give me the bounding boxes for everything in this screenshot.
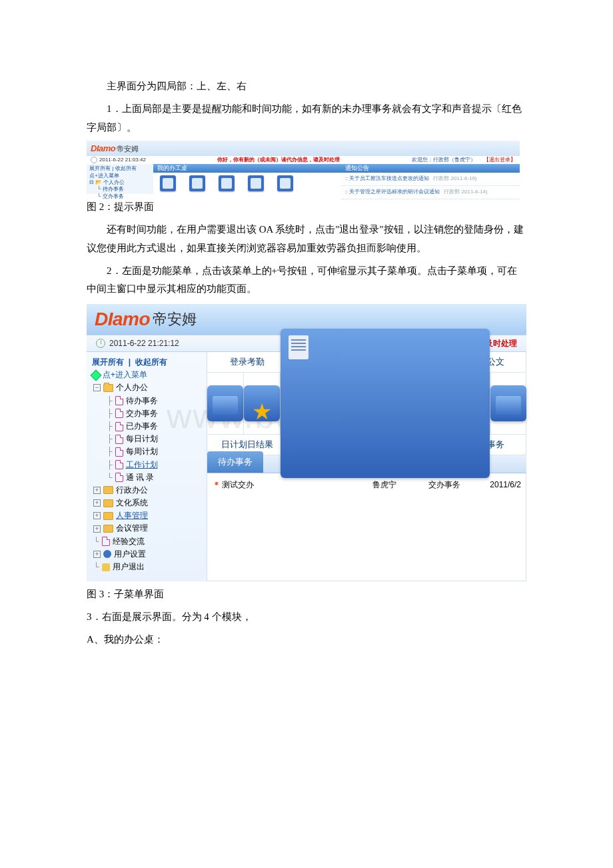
folder-open-icon	[103, 384, 113, 392]
page-icon	[115, 460, 123, 469]
page-icon	[115, 447, 123, 457]
folder-icon	[103, 486, 113, 494]
welcome-text: 欢迎您：行政部（鲁虎宁）	[412, 157, 476, 163]
row-type: 交办事务	[414, 477, 474, 492]
expand-icon[interactable]: +	[93, 499, 101, 507]
page-icon	[115, 409, 123, 418]
document-icon[interactable]	[281, 329, 490, 478]
panel-notice: 通知公告	[341, 164, 520, 173]
tree-group-meeting[interactable]: + 会议管理	[92, 522, 201, 535]
desk-icon[interactable]	[160, 175, 176, 191]
expand-all[interactable]: 展开所有	[92, 357, 124, 367]
folder-icon	[103, 525, 113, 533]
figure-caption: 图 3：子菜单界面	[87, 585, 526, 604]
app-logo-bar: DIamo 帝安姆	[87, 141, 520, 156]
logout-button[interactable]: 【退出登录】	[484, 157, 516, 163]
pin-icon	[91, 369, 102, 381]
expand-icon[interactable]: +	[93, 551, 101, 558]
tree-root[interactable]: ⊟ 📂 个人办公	[89, 179, 156, 186]
tree-item[interactable]: ├待办事务	[92, 395, 201, 407]
tree-item[interactable]: ├每周计划	[92, 445, 201, 458]
star-folder-icon[interactable]	[244, 385, 280, 421]
tree-group-personal[interactable]: − 个人办公	[92, 381, 201, 394]
gear-icon	[103, 550, 111, 558]
expand-icon[interactable]: +	[93, 512, 101, 519]
tree-item[interactable]: ├每日计划	[92, 433, 201, 445]
tree-item[interactable]: └通 讯 录	[92, 471, 201, 484]
notice-row[interactable]: :: 关于管理之星评选标准的研讨会议通知行政部 2011-6-14)	[341, 186, 520, 199]
folder-icon[interactable]	[207, 385, 243, 421]
logo-cn: 帝安姆	[117, 142, 139, 155]
paragraph: 3．右面是展示界面。分为 4 个模块，	[87, 608, 526, 627]
page-icon	[115, 435, 123, 444]
tree-item[interactable]: ├交办事务	[92, 407, 201, 420]
exit-icon	[102, 563, 110, 571]
screenshot-fig2: DIamo 帝安姆 2011-6-22 21:03:42 你好，你有新的（或未阅…	[87, 141, 520, 194]
main-mini: 我的办工桌 通知公告 :: 关于员工擦洗车接送点更改的通知行政部 2011-6-…	[153, 164, 520, 194]
tree-item[interactable]: └ 交办事务	[89, 193, 156, 200]
tree-item-exit[interactable]: └ 用户退出	[92, 561, 201, 573]
expand-icon[interactable]: +	[93, 487, 101, 494]
sidebar: 展开所有 | 收起所有 点+进入菜单 − 个人办公 ├待办事务 ├交办事务 ├已…	[87, 352, 207, 581]
paragraph: 2．左面是功能菜单，点击该菜单上的+号按钮，可伸缩显示其子菜单项。点击子菜单项，…	[87, 262, 526, 299]
folder-icon[interactable]	[490, 385, 526, 421]
expand-all[interactable]: 展开所有	[89, 165, 111, 171]
page-icon	[115, 422, 123, 431]
paragraph: 还有时间功能，在用户需要退出该 OA 系统时，点击"退出登录"按钮，以注销您的登…	[87, 221, 526, 258]
expand-icon[interactable]: +	[93, 525, 101, 533]
clock-icon	[91, 157, 97, 163]
row-owner: 鲁虎宁	[354, 477, 414, 492]
folder-icon	[103, 499, 113, 507]
tree-item[interactable]: └ 待办事务	[89, 186, 156, 193]
collapse-icon[interactable]: −	[93, 384, 101, 391]
screenshot-fig3: www.bdocx.com DIamo 帝安姆 2011-6-22 21:21:…	[87, 304, 526, 581]
row-date: 2011/6/2	[474, 477, 521, 492]
new-mark-icon: ＊	[213, 480, 221, 489]
collapse-all[interactable]: 收起所有	[135, 357, 167, 367]
notice-row[interactable]: :: 关于员工擦洗车接送点更改的通知行政部 2011-6-19)	[341, 173, 520, 186]
collapse-all[interactable]: 收起所有	[115, 165, 137, 171]
desk-icon[interactable]	[219, 175, 235, 191]
folder-icon	[103, 512, 113, 520]
logo-en: DIamo	[95, 302, 150, 337]
page-icon	[102, 537, 110, 546]
desk-icon[interactable]	[248, 175, 264, 191]
tree-group-admin[interactable]: + 行政办公	[92, 484, 201, 497]
paragraph: 主界面分为四局部：上、左、右	[87, 77, 526, 96]
enter-menu-hint: 点+进入菜单	[89, 173, 156, 179]
datetime: 2011-6-22 21:21:12	[109, 336, 179, 351]
enter-menu-hint: 点+进入菜单	[103, 369, 147, 381]
page-icon	[115, 396, 123, 405]
logo-cn: 帝安姆	[153, 306, 197, 333]
tree-item-experience[interactable]: └ 经验交流	[92, 535, 201, 548]
desk-icon[interactable]	[277, 175, 293, 191]
tree-group-culture[interactable]: + 文化系统	[92, 497, 201, 509]
paragraph: A、我的办公桌：	[87, 631, 526, 649]
desk-icon[interactable]	[189, 175, 205, 191]
tab-todo[interactable]: 待办事务	[207, 451, 263, 473]
main-panel: 登录考勤 通 讯 录 我的资料 行政公文 日计划日结果 周计划周结果 通知公告 …	[207, 352, 526, 581]
tree-item[interactable]: ├工作计划	[92, 459, 201, 471]
paragraph: 1．上面局部是主要是提醒功能和时间功能，如有新的未办理事务就会有文字和声音提示〔…	[87, 100, 526, 137]
status-bar: 2011-6-22 21:03:42 你好，你有新的（或未阅）读代办信息，请及时…	[87, 156, 520, 164]
panel-my-desk: 我的办工桌	[153, 164, 341, 173]
sidebar-mini: 展开所有 | 收起所有 点+进入菜单 ⊟ 📂 个人办公 └ 待办事务 └ 交办事…	[87, 164, 159, 194]
tree-group-settings[interactable]: + 用户设置	[92, 548, 201, 561]
clock-icon	[96, 339, 105, 348]
figure-caption: 图 2：提示界面	[87, 198, 526, 217]
tree-group-hr[interactable]: + 人事管理	[92, 509, 201, 522]
shortcut-attendance[interactable]: 登录考勤	[207, 352, 287, 372]
page-icon	[115, 473, 123, 482]
tree-item[interactable]: ├已办事务	[92, 420, 201, 433]
logo-en: DIamo	[91, 141, 115, 157]
